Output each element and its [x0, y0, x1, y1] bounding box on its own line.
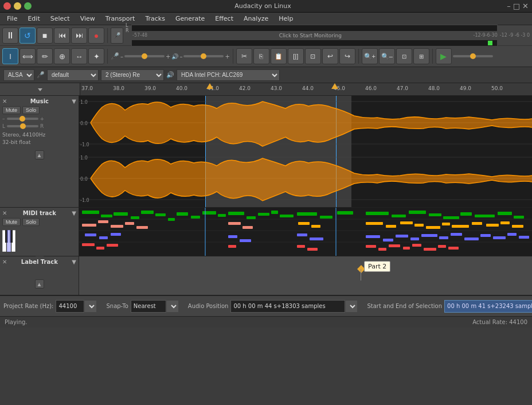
spk-up-icon: + [225, 53, 229, 60]
music-track-menu[interactable]: ▼ [72, 98, 76, 104]
midi-canvas-area[interactable] [79, 208, 532, 256]
midi-solo-button[interactable]: Solo [22, 218, 40, 226]
envelope-tool-button[interactable]: ⟺ [19, 48, 36, 64]
audio-position-value[interactable]: 00 h 00 m 44 s+18303 samples [230, 300, 345, 313]
host-select[interactable]: ALSA [3, 69, 34, 81]
selection-start-value[interactable]: 00 h 00 m 41 s+23243 samples [444, 300, 532, 313]
close-button[interactable] [3, 2, 11, 10]
vu-right-scale: -12 -9 -6 -3 0 [500, 33, 530, 38]
play-speed-controls: ▶ [436, 48, 493, 64]
music-solo-button[interactable]: Solo [22, 106, 40, 114]
loop-button[interactable]: ↺ [19, 28, 36, 44]
ruler-tick: 42.0 [239, 85, 251, 91]
svg-rect-41 [99, 236, 108, 239]
label-track-collapse[interactable]: ✕ [2, 259, 7, 265]
music-collapse-button[interactable]: ▲ [35, 150, 44, 159]
menu-help[interactable]: Help [274, 14, 298, 24]
window-controls[interactable] [3, 2, 32, 10]
svg-rect-40 [85, 233, 96, 236]
menu-file[interactable]: File [2, 14, 22, 24]
multi-tool-button[interactable]: ✦ [88, 48, 104, 64]
midi-mute-button[interactable]: Mute [2, 218, 21, 226]
svg-text:0.0: 0.0 [80, 177, 88, 182]
minimize-button[interactable] [14, 2, 21, 10]
music-track-collapse[interactable]: ✕ [2, 98, 7, 104]
record-button[interactable]: ● [88, 28, 104, 44]
maximize-icon[interactable]: □ [513, 2, 520, 10]
trim-button[interactable]: [|] [288, 48, 304, 64]
label-track-menu[interactable]: ▼ [72, 259, 76, 265]
vu-bar-l [131, 25, 498, 32]
music-pan-slider[interactable] [7, 125, 38, 127]
svg-rect-101 [412, 244, 421, 247]
menu-select[interactable]: Select [46, 14, 75, 24]
music-volume-slider[interactable] [7, 118, 38, 120]
mic-volume-slider[interactable] [124, 55, 165, 57]
label-collapse-button[interactable]: ▲ [35, 279, 44, 289]
svg-marker-0 [38, 88, 42, 91]
snap-to-select[interactable]: ▼ [166, 300, 179, 313]
svg-rect-42 [111, 233, 121, 236]
music-track-format: 32-bit float [2, 139, 76, 145]
label-text-box[interactable]: Part 2 [364, 261, 390, 272]
ruler-tick: 40.0 [176, 85, 187, 91]
window-right-controls[interactable]: – □ ✕ [494, 2, 529, 10]
menu-tracks[interactable]: Tracks [140, 14, 170, 24]
music-track: ✕ Music ▼ Mute Solo – + L R Stereo, 4410… [0, 96, 532, 208]
cut-button[interactable]: ✂ [236, 48, 252, 64]
play-speed-slider[interactable] [453, 55, 493, 57]
channels-select[interactable]: 2 (Stereo) Re [101, 69, 164, 81]
svg-rect-75 [386, 225, 396, 228]
minimize-icon[interactable]: – [507, 2, 511, 10]
svg-rect-78 [426, 226, 440, 229]
menu-view[interactable]: View [76, 14, 100, 24]
zoom-in-button[interactable]: 🔍+ [362, 48, 378, 64]
audio-position-select[interactable]: ▼ [345, 300, 358, 313]
menu-analyze[interactable]: Analyze [239, 14, 273, 24]
svg-rect-29 [155, 213, 166, 216]
tools-toolbar: I ⟺ ✏ ⊕ ↔ ✦ 🎤 – + 🔊 – + ✂ ⎘ 📋 [|] ⊡ ↩ [0, 46, 532, 67]
menu-effect[interactable]: Effect [210, 14, 238, 24]
music-waveform-area[interactable]: 1.0 0.0 -1.0 1.0 0.0 -1.0 [79, 96, 532, 207]
silence-button[interactable]: ⊡ [305, 48, 321, 64]
music-vol-minus: – [2, 116, 5, 122]
draw-tool-button[interactable]: ✏ [37, 48, 53, 64]
zoom-out-button[interactable]: 🔍– [379, 48, 395, 64]
paste-button[interactable]: 📋 [271, 48, 287, 64]
mic-device-icon: 🎤 [37, 71, 45, 79]
timeshift-tool-button[interactable]: ↔ [71, 48, 87, 64]
label-canvas-area[interactable]: Part 2 [79, 256, 532, 295]
midi-track-menu[interactable]: ▼ [72, 210, 76, 216]
close-icon[interactable]: ✕ [522, 2, 529, 10]
pause-button[interactable]: ⏸ [2, 28, 18, 44]
maximize-button[interactable] [24, 2, 32, 10]
fit-selection-button[interactable]: ⊞ [413, 48, 429, 64]
select-tool-button[interactable]: I [2, 48, 18, 64]
svg-rect-83 [500, 221, 510, 224]
copy-button[interactable]: ⎘ [253, 48, 269, 64]
project-rate-select[interactable]: ▼ [84, 300, 97, 313]
undo-button[interactable]: ↩ [322, 48, 338, 64]
transport-controls: ⏸ ↺ ■ ⏮ ⏭ ● [2, 28, 104, 44]
stop-button[interactable]: ■ [37, 28, 53, 44]
play-speed-button[interactable]: ▶ [436, 48, 452, 64]
input-device-select[interactable]: default [47, 69, 99, 81]
midi-track-collapse[interactable]: ✕ [2, 210, 7, 216]
zoom-tool-button[interactable]: ⊕ [54, 48, 70, 64]
project-rate-control: 44100 ▼ [56, 300, 97, 313]
svg-rect-54 [240, 239, 251, 242]
redo-button[interactable]: ↪ [339, 48, 355, 64]
transport-toolbar: ⏸ ↺ ■ ⏮ ⏭ ● 🎤 LR -57 [0, 25, 532, 46]
label-track-name: Label Track [21, 259, 58, 265]
skipback-button[interactable]: ⏮ [54, 28, 70, 44]
menu-edit[interactable]: Edit [23, 14, 44, 24]
input-meter-button[interactable]: 🎤 [111, 28, 123, 44]
playback-volume-slider[interactable] [183, 55, 224, 57]
skipfwd-button[interactable]: ⏭ [71, 28, 87, 44]
output-device-select[interactable]: HDA Intel PCH: ALC269 [177, 69, 280, 81]
menu-transport[interactable]: Transport [101, 14, 140, 24]
music-mute-button[interactable]: Mute [2, 106, 21, 114]
fit-project-button[interactable]: ⊡ [396, 48, 412, 64]
menu-generate[interactable]: Generate [171, 14, 209, 24]
svg-rect-71 [475, 215, 495, 217]
